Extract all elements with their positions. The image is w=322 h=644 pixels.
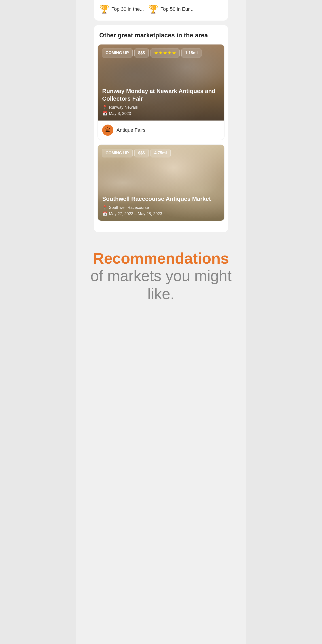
card-location-1: 📍 Runway Newark bbox=[102, 105, 220, 110]
badge-distance-2: 4.75mi bbox=[150, 149, 170, 158]
card-badges-1: COMING UP $$$ ★ ★ ★ ★ ★ 1.18mi bbox=[102, 48, 202, 58]
marketplace-card-1[interactable]: COMING UP $$$ ★ ★ ★ ★ ★ 1.18mi Runway Mo… bbox=[98, 44, 224, 140]
location-icon-2: 📍 bbox=[102, 205, 107, 210]
card-date-2: 📅 May 27, 2023 – May 28, 2023 bbox=[102, 211, 220, 216]
trophy-row: 🏆 Top 30 in the... 🏆 Top 50 in Eur... bbox=[99, 4, 223, 14]
badge-price-2: $$$ bbox=[134, 149, 149, 158]
card-info-1: Runway Monday at Newark Antiques and Col… bbox=[98, 83, 224, 120]
card-title-1: Runway Monday at Newark Antiques and Col… bbox=[102, 88, 220, 103]
card-badges-2: COMING UP $$$ 4.75mi bbox=[102, 149, 170, 158]
badge-coming-up-1: COMING UP bbox=[102, 48, 132, 58]
card-date-1: 📅 May 8, 2023 bbox=[102, 111, 220, 116]
marketplaces-section: Other great marketplaces in the area COM… bbox=[94, 25, 228, 232]
category-icon-wrap-1: 🏛 bbox=[102, 124, 113, 136]
trophy-icon-1: 🏆 bbox=[99, 4, 109, 14]
badge-price-1: $$$ bbox=[134, 48, 149, 58]
calendar-icon-1: 📅 bbox=[102, 111, 107, 116]
antique-fairs-icon: 🏛 bbox=[105, 127, 110, 133]
trophy-section: 🏆 Top 30 in the... 🏆 Top 50 in Eur... bbox=[94, 0, 228, 20]
rec-title-gray: of markets you might like. bbox=[85, 267, 237, 303]
section-title: Other great marketplaces in the area bbox=[94, 32, 228, 44]
card-image-2: COMING UP $$$ 4.75mi Southwell Racecours… bbox=[98, 145, 224, 221]
card-title-2: Southwell Racecourse Antiques Market bbox=[102, 195, 220, 203]
category-label-1: Antique Fairs bbox=[116, 127, 146, 133]
trophy-item-1: 🏆 Top 30 in the... bbox=[99, 4, 144, 14]
trophy-text-2: Top 50 in Eur... bbox=[160, 6, 194, 12]
card-location-2: 📍 Southwell Racecourse bbox=[102, 205, 220, 210]
badge-distance-1: 1.18mi bbox=[181, 48, 202, 58]
badge-rating-1: ★ ★ ★ ★ ★ bbox=[150, 48, 180, 58]
recommendations-section: Recommendations of markets you might lik… bbox=[76, 236, 246, 317]
trophy-text-1: Top 30 in the... bbox=[112, 6, 144, 12]
trophy-item-2: 🏆 Top 50 in Eur... bbox=[148, 4, 194, 14]
category-row-1: 🏛 Antique Fairs bbox=[98, 120, 224, 140]
marketplace-card-2[interactable]: COMING UP $$$ 4.75mi Southwell Racecours… bbox=[98, 144, 224, 221]
rec-title-orange: Recommendations bbox=[85, 250, 237, 267]
calendar-icon-2: 📅 bbox=[102, 211, 107, 216]
card-info-2: Southwell Racecourse Antiques Market 📍 S… bbox=[98, 191, 224, 221]
trophy-icon-2: 🏆 bbox=[148, 4, 158, 14]
card-image-1: COMING UP $$$ ★ ★ ★ ★ ★ 1.18mi Runway Mo… bbox=[98, 44, 224, 120]
location-icon-1: 📍 bbox=[102, 105, 107, 110]
badge-coming-up-2: COMING UP bbox=[102, 149, 132, 158]
